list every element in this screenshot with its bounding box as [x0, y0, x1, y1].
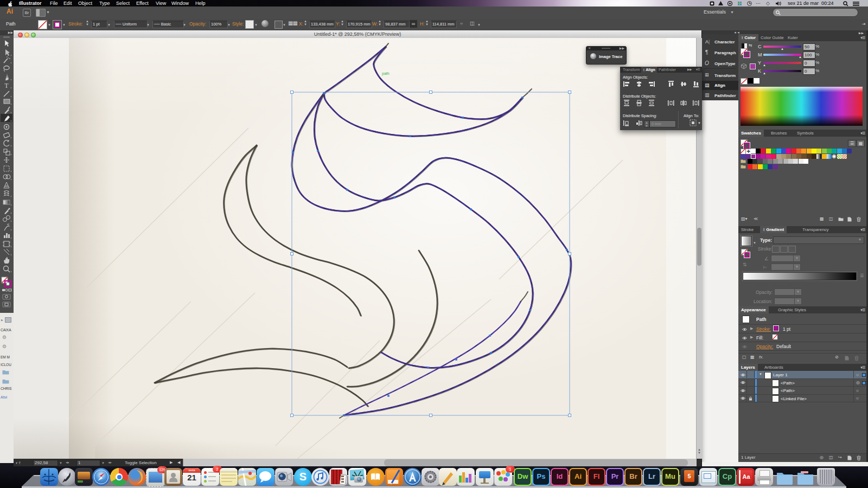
svg-text:T: T: [4, 82, 9, 89]
